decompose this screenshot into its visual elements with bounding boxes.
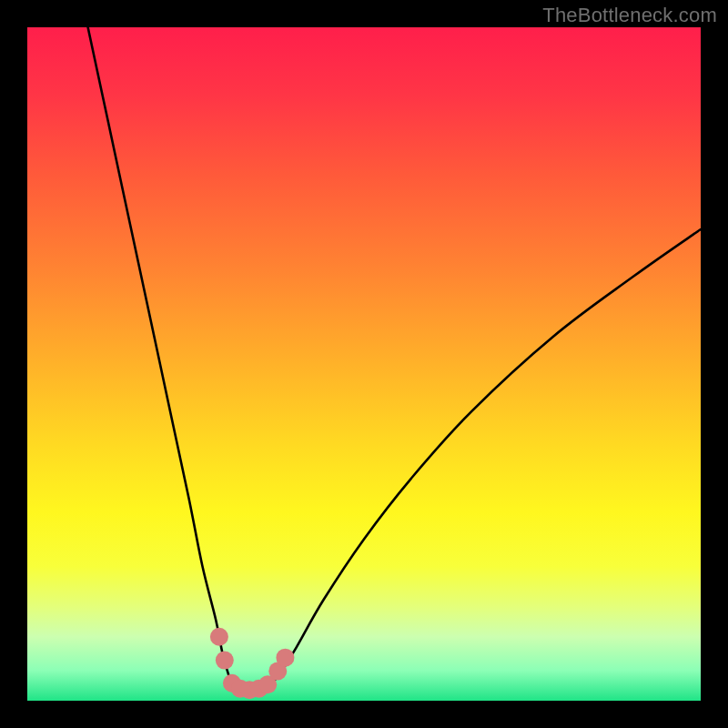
plot-area	[27, 27, 701, 701]
highlight-dot	[276, 649, 294, 667]
watermark-text: TheBottleneck.com	[542, 4, 717, 27]
highlight-dot	[216, 652, 234, 670]
bottleneck-curve	[27, 27, 701, 701]
chart-frame: TheBottleneck.com	[0, 0, 728, 728]
highlight-dot	[210, 628, 228, 646]
